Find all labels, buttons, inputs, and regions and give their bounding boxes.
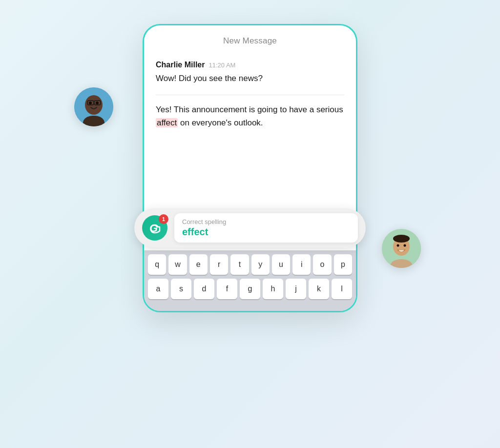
- sender-name: Charlie Miller: [156, 61, 205, 69]
- key-a[interactable]: a: [148, 279, 168, 299]
- key-h[interactable]: h: [263, 279, 283, 299]
- keyboard-row-2: a s d f g h j k l: [146, 279, 354, 299]
- phone-title: New Message: [223, 36, 277, 45]
- key-l[interactable]: l: [332, 279, 352, 299]
- message-time: 11:20 AM: [208, 61, 235, 69]
- key-q[interactable]: q: [148, 254, 166, 275]
- key-s[interactable]: s: [171, 279, 191, 299]
- key-d[interactable]: d: [194, 279, 214, 299]
- message-divider: [156, 95, 344, 95]
- key-i[interactable]: i: [292, 254, 311, 275]
- svg-point-4: [96, 102, 99, 104]
- grammarly-badge: 1: [159, 214, 168, 224]
- phone-frame: New Message Charlie Miller 11:20 AM Wow!…: [143, 24, 357, 312]
- suggestion-label: Correct spelling: [182, 218, 350, 225]
- message-received: Charlie Miller 11:20 AM Wow! Did you see…: [156, 61, 344, 85]
- key-u[interactable]: u: [272, 254, 290, 275]
- key-y[interactable]: y: [251, 254, 270, 275]
- suggestion-word: effect: [182, 226, 350, 238]
- key-w[interactable]: w: [168, 254, 187, 275]
- received-message-text: Wow! Did you see the news?: [156, 72, 344, 85]
- avatar-right: [382, 229, 421, 268]
- scene: New Message Charlie Miller 11:20 AM Wow!…: [123, 24, 377, 424]
- key-g[interactable]: g: [240, 279, 260, 299]
- keyboard-row-1: q w e r t y u i o p: [146, 254, 354, 275]
- sender-row: Charlie Miller 11:20 AM: [156, 61, 344, 69]
- grammarly-suggestion-bar[interactable]: G 1 Correct spelling effect: [134, 208, 366, 247]
- phone-header: New Message: [144, 25, 356, 51]
- sent-text-after: on everyone's outlook.: [178, 118, 263, 127]
- key-t[interactable]: t: [230, 254, 249, 275]
- avatar-left: [74, 87, 113, 126]
- sent-text-before: Yes! This announcement is going to have …: [156, 105, 343, 114]
- highlighted-word: affect: [156, 118, 178, 127]
- messages-area: Charlie Miller 11:20 AM Wow! Did you see…: [144, 51, 356, 226]
- svg-point-12: [393, 235, 410, 243]
- key-j[interactable]: j: [286, 279, 306, 299]
- key-f[interactable]: f: [217, 279, 237, 299]
- key-e[interactable]: e: [189, 254, 208, 275]
- key-k[interactable]: k: [309, 279, 329, 299]
- key-r[interactable]: r: [210, 254, 228, 275]
- grammarly-icon-wrap: G 1: [142, 215, 167, 241]
- svg-point-3: [89, 102, 92, 104]
- svg-point-13: [397, 244, 399, 247]
- svg-point-14: [404, 244, 406, 247]
- keyboard-area: G 1 Correct spelling effect q w e r t: [144, 250, 356, 311]
- message-sent: Yes! This announcement is going to have …: [156, 103, 344, 129]
- key-o[interactable]: o: [313, 254, 331, 275]
- suggestion-box[interactable]: Correct spelling effect: [174, 213, 358, 243]
- key-p[interactable]: p: [334, 254, 352, 275]
